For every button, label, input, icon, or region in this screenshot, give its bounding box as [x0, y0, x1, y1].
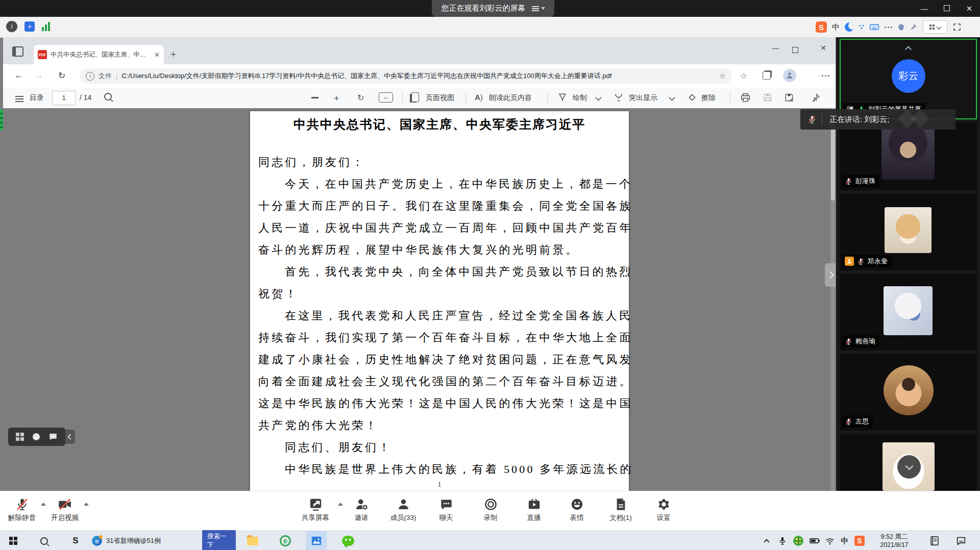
collections-icon[interactable] [763, 71, 771, 80]
draw-label[interactable]: 绘制 [573, 93, 587, 103]
save-as-icon[interactable] [784, 92, 794, 103]
fit-width-icon[interactable]: ↔ [379, 92, 393, 103]
invite-button[interactable]: 邀请 [344, 497, 379, 522]
tray-expand-icon[interactable] [761, 531, 773, 550]
settings-button[interactable]: 设置 [646, 497, 681, 522]
highlight-label[interactable]: 突出显示 [629, 93, 657, 103]
viewing-banner[interactable]: 您正在观看刘彩云的屏幕 [432, 0, 554, 17]
ime-keyboard-icon[interactable] [869, 22, 879, 32]
unmute-options-icon[interactable] [41, 503, 46, 506]
close-window-icon[interactable]: ✕ [962, 0, 977, 17]
ime-skin-box[interactable] [923, 20, 947, 34]
blue-app-icon[interactable]: + [24, 21, 35, 32]
tray-mic-icon[interactable] [776, 531, 789, 550]
tray-antivirus-icon[interactable] [791, 531, 805, 550]
pin-toolbar-icon[interactable] [811, 93, 820, 103]
tray-input-indicator[interactable]: 中 [838, 531, 851, 550]
browser-close-icon[interactable]: ✕ [816, 44, 831, 52]
highlight-dropdown-icon[interactable] [669, 94, 675, 101]
draw-icon[interactable] [557, 92, 568, 103]
back-icon[interactable]: ← [14, 70, 23, 81]
participant-tile[interactable]: 赖燕瑜 [840, 274, 977, 351]
sidebar-expander-tab[interactable] [825, 263, 836, 287]
minimize-window-icon[interactable]: — [917, 0, 932, 17]
emoji-button[interactable]: 表情 [559, 497, 595, 522]
participant-tile[interactable]: 郑永奎 [840, 194, 977, 270]
participant-tile-sharer[interactable]: 彩云 刘彩云的屏幕共享 [840, 39, 977, 119]
search-document-icon[interactable] [104, 93, 112, 101]
ime-more-icon[interactable] [885, 27, 892, 28]
tab-actions-icon[interactable] [12, 46, 23, 57]
tab-close-icon[interactable]: ✕ [154, 51, 160, 59]
zoom-in-icon[interactable]: + [334, 93, 339, 104]
mini-toolbar-collapse-handle[interactable] [65, 430, 75, 444]
forward-icon[interactable]: → [35, 70, 43, 81]
ime-shield-icon[interactable] [897, 23, 905, 31]
rotate-icon[interactable]: ↻ [357, 93, 364, 103]
browser-minimize-icon[interactable]: — [768, 44, 783, 52]
share-screen-options-icon[interactable] [338, 503, 343, 506]
wechat-icon[interactable] [339, 531, 357, 550]
participant-tile[interactable]: 彭漫珠 [840, 122, 977, 190]
add-favorite-icon[interactable]: ☆ [719, 71, 726, 81]
chat-mini-icon[interactable] [48, 432, 58, 441]
contents-list-icon[interactable] [15, 94, 23, 104]
new-tab-icon[interactable]: + [170, 49, 176, 60]
start-video-options-icon[interactable] [84, 503, 89, 506]
photos-app-icon[interactable] [306, 531, 327, 550]
ime-fullwidth-icon[interactable] [845, 22, 854, 32]
read-aloud-label[interactable]: 朗读此页内容 [489, 93, 532, 103]
members-button[interactable]: 成员(33) [383, 497, 424, 522]
banner-menu-icon[interactable] [532, 5, 545, 12]
page-view-icon[interactable] [411, 92, 419, 102]
ime-punctuation-icon[interactable]: ∵ [859, 23, 864, 31]
live-button[interactable]: 直播 [516, 497, 552, 522]
sogou-logo-icon[interactable]: S [816, 21, 827, 33]
participant-tile[interactable]: 左思 [840, 354, 977, 431]
tray-battery-icon[interactable] [807, 531, 822, 550]
refresh-icon[interactable]: ↻ [58, 70, 65, 81]
chat-button[interactable]: 聊天 [428, 497, 464, 522]
highlight-icon[interactable] [614, 92, 624, 103]
docs-button[interactable]: 文档(1) [600, 497, 641, 522]
ime-lang-indicator[interactable]: 中 [832, 22, 840, 32]
participant-tile-partial[interactable] [840, 434, 977, 491]
unmute-button[interactable]: 解除静音 [4, 497, 40, 522]
pdf-scrollbar[interactable] [830, 108, 835, 491]
page-view-label[interactable]: 页面视图 [426, 93, 454, 103]
start-button[interactable] [6, 531, 20, 550]
scroll-participants-down-button[interactable] [897, 455, 921, 479]
read-aloud-icon[interactable]: A) [475, 93, 483, 102]
tray-journal-icon[interactable] [927, 531, 942, 550]
browser-tab[interactable]: PDF 中共中央总书记、国家主席、中... ✕ [34, 45, 164, 64]
fullscreen-icon[interactable] [952, 22, 962, 32]
layout-grid-icon[interactable] [16, 433, 24, 441]
address-bar[interactable]: i 文件 | C:/Users/Liu/Desktop/文件/支部假期学习资料/… [80, 68, 732, 84]
pdf-content-area[interactable]: 中共中央总书记、国家主席、中央军委主席习近平 同志们，朋友们：今天，在中国共产党… [3, 108, 836, 491]
chart-app-icon[interactable] [42, 22, 51, 31]
erase-label[interactable]: 擦除 [701, 93, 716, 103]
contents-label[interactable]: 目录 [30, 93, 44, 103]
meeting-edge-indicator[interactable] [0, 110, 3, 130]
tray-network-icon[interactable] [823, 531, 837, 550]
ime-toolbox-wrench-icon[interactable] [910, 23, 918, 31]
zoom-out-icon[interactable] [311, 97, 318, 98]
browser-maximize-icon[interactable] [792, 46, 798, 55]
file-explorer-icon[interactable] [245, 531, 260, 550]
taskbar-search-icon[interactable] [37, 531, 51, 550]
browser-menu-icon[interactable] [822, 75, 829, 77]
action-center-icon[interactable] [953, 531, 969, 550]
save-icon[interactable] [763, 92, 773, 103]
tile-scroll-up-icon[interactable] [905, 46, 912, 53]
sogou-taskbar-icon[interactable]: S [68, 531, 83, 550]
print-icon[interactable] [740, 92, 751, 103]
clock[interactable]: 9:52 周二 2021/8/17 [880, 533, 909, 549]
share-screen-button[interactable]: 共享屏幕 [295, 497, 336, 522]
browser-e-icon[interactable]: e [278, 531, 293, 550]
page-number-input[interactable]: 1 [52, 91, 76, 105]
erase-icon[interactable] [687, 92, 697, 103]
draw-dropdown-icon[interactable] [595, 94, 602, 101]
maximize-window-icon[interactable] [939, 0, 954, 17]
favorites-icon[interactable]: ☆ [740, 71, 747, 81]
profile-avatar[interactable] [783, 69, 796, 82]
